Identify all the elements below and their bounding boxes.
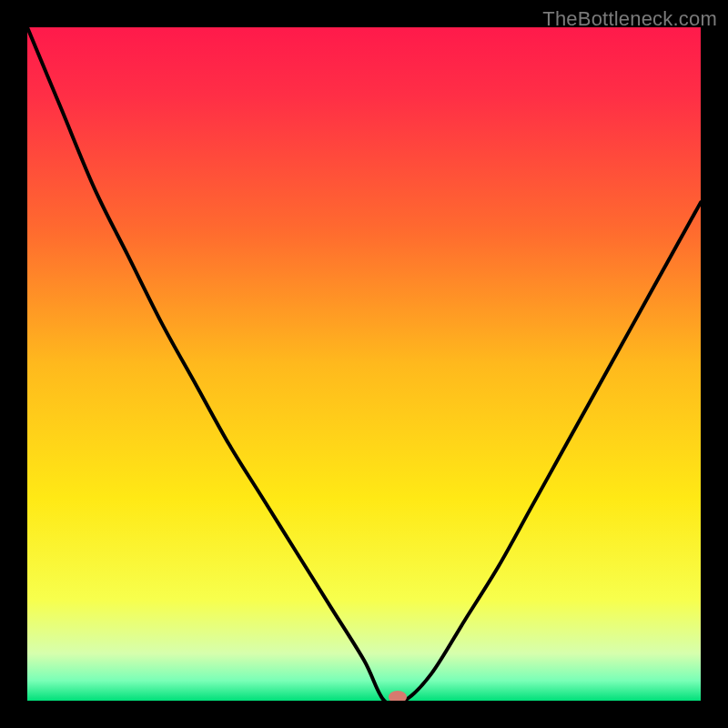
gradient-background [27, 27, 701, 701]
chart-svg [27, 27, 701, 701]
plot-area [27, 27, 701, 701]
chart-frame: TheBottleneck.com [0, 0, 728, 728]
